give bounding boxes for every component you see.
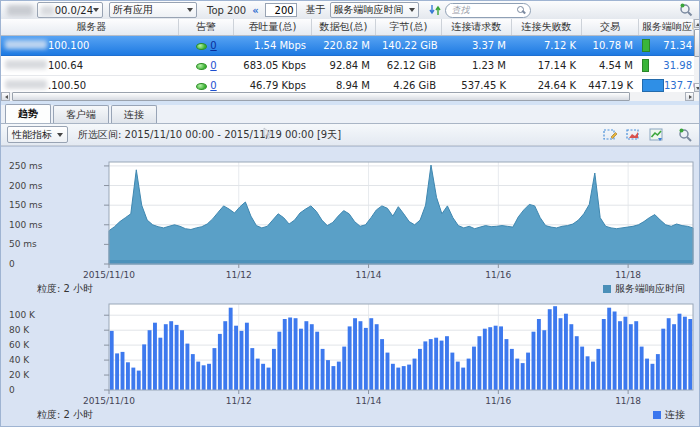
svg-text:200 ms: 200 ms xyxy=(9,181,43,191)
subnet-select[interactable]: 00.0/24 xyxy=(37,2,103,18)
svg-text:40 K: 40 K xyxy=(9,355,30,365)
alarm-link[interactable]: 0 xyxy=(210,80,216,91)
search-icon[interactable] xyxy=(517,6,526,15)
scroll-down-button[interactable] xyxy=(694,83,700,92)
subnet-select-value: 00.0/24 xyxy=(55,5,93,16)
performance-metric-button[interactable]: 性能指标 xyxy=(7,126,68,143)
svg-text:150 ms: 150 ms xyxy=(9,200,43,210)
chevron-down-icon xyxy=(187,8,193,12)
search-input[interactable] xyxy=(450,4,517,16)
legend-swatch xyxy=(603,285,611,293)
redacted-ip-prefix xyxy=(5,40,47,49)
svg-text:11/18: 11/18 xyxy=(615,270,641,280)
svg-text:11/12: 11/12 xyxy=(226,396,252,406)
table-row[interactable]: 100.100 0 1.54 Mbps 220.82 M 140.22 GiB … xyxy=(1,36,699,56)
col-header-conn-requests[interactable]: 连接请求数 xyxy=(442,19,512,35)
app-window: 00.0/24 所有应用 Top 200 « 基于 服务端响应时间 xyxy=(0,0,700,427)
scroll-up-button[interactable] xyxy=(694,19,700,28)
col-header-conn-failures[interactable]: 连接失败数 xyxy=(512,19,582,35)
packets-cell: 92.84 M xyxy=(312,56,376,75)
granularity-label: 粒度: 2 小时 xyxy=(37,408,93,422)
throughput-cell: 683.05 Kbps xyxy=(234,56,312,75)
zoom-search-icon[interactable] xyxy=(679,3,693,17)
server-cell: 100.100 xyxy=(48,40,89,51)
horizontal-scrollbar[interactable] xyxy=(1,92,694,101)
export-chart-icon[interactable] xyxy=(649,128,664,142)
conn-failures-cell: 17.14 K xyxy=(512,56,582,75)
legend-label: 服务端响应时间 xyxy=(615,282,685,296)
mouse-cursor xyxy=(263,127,273,140)
scrollbar-thumb[interactable] xyxy=(12,92,630,101)
metric-select[interactable]: 服务端响应时间 xyxy=(330,2,419,18)
based-on-label: 基于 xyxy=(306,3,326,17)
chevron-down-icon xyxy=(409,8,415,12)
conn-failures-cell: 7.12 K xyxy=(512,36,582,55)
response-bar xyxy=(642,59,649,72)
status-ok-icon xyxy=(196,63,207,70)
svg-text:11/14: 11/14 xyxy=(356,396,382,406)
sort-icon[interactable] xyxy=(429,4,441,16)
col-header-packets[interactable]: 数据包(总) xyxy=(312,19,376,35)
packets-cell: 220.82 M xyxy=(312,36,376,55)
alarm-link[interactable]: 0 xyxy=(210,40,216,51)
granularity-label: 粒度: 2 小时 xyxy=(37,282,93,296)
chart-filter-bar: 性能指标 所选区间: 2015/11/10 00:00 - 2015/11/19… xyxy=(1,124,699,146)
scrollbar-thumb[interactable] xyxy=(694,29,700,57)
redacted-ip-prefix xyxy=(5,60,47,69)
status-ok-icon xyxy=(196,43,207,50)
svg-text:0: 0 xyxy=(9,385,15,395)
area-chart-legend: 服务端响应时间 xyxy=(603,282,685,296)
legend-swatch xyxy=(653,411,661,419)
scroll-right-button[interactable] xyxy=(685,92,694,101)
top-n-input[interactable] xyxy=(265,3,297,17)
tab-strip: 趋势 客户端 连接 xyxy=(1,105,699,124)
throughput-cell: 1.54 Mbps xyxy=(234,36,312,55)
svg-text:80 K: 80 K xyxy=(9,325,30,335)
response-time-area-chart[interactable]: 050 ms100 ms150 ms200 ms250 ms2015/11/10… xyxy=(1,150,700,282)
col-header-alarm[interactable]: 告警 xyxy=(179,19,234,35)
svg-text:60 K: 60 K xyxy=(9,340,30,350)
col-header-response-time[interactable]: 服务端响应时间 xyxy=(639,19,694,35)
svg-text:11/16: 11/16 xyxy=(485,270,511,280)
edit-region-icon[interactable] xyxy=(603,128,618,142)
search-box[interactable] xyxy=(445,3,531,18)
tab-client[interactable]: 客户端 xyxy=(53,105,109,123)
tab-trend[interactable]: 趋势 xyxy=(5,104,51,123)
redacted-label xyxy=(7,5,33,16)
transactions-cell: 10.78 M xyxy=(582,36,639,55)
col-header-transactions[interactable]: 交易 xyxy=(582,19,639,35)
svg-text:50 ms: 50 ms xyxy=(9,239,37,249)
svg-text:100 ms: 100 ms xyxy=(9,220,43,230)
legend-label: 连接 xyxy=(665,408,685,422)
zoom-region-icon[interactable] xyxy=(678,128,693,142)
transactions-cell: 4.54 M xyxy=(582,56,639,75)
svg-text:2015/11/10: 2015/11/10 xyxy=(83,270,135,280)
vertical-scrollbar[interactable] xyxy=(694,19,700,101)
col-header-bytes[interactable]: 字节(总) xyxy=(376,19,442,35)
status-ok-icon xyxy=(196,83,207,90)
svg-text:0: 0 xyxy=(9,259,15,269)
response-cell: 71.34 xyxy=(650,36,692,55)
conn-requests-cell: 1.23 M xyxy=(442,56,512,75)
table-row[interactable]: 100.64 0 683.05 Kbps 92.84 M 62.12 GiB 1… xyxy=(1,56,699,76)
bytes-cell: 140.22 GiB xyxy=(376,36,442,55)
svg-text:20 K: 20 K xyxy=(9,370,30,380)
svg-text:11/14: 11/14 xyxy=(356,270,382,280)
connections-bar-chart[interactable]: 020 K40 K60 K80 K100 K2015/11/1011/1211/… xyxy=(1,296,700,408)
alarm-link[interactable]: 0 xyxy=(210,60,216,71)
tab-connection[interactable]: 连接 xyxy=(111,105,157,123)
chevron-down-icon xyxy=(57,133,63,137)
scroll-left-button[interactable] xyxy=(1,92,10,101)
application-filter-value: 所有应用 xyxy=(113,3,153,17)
top-n-label: Top 200 xyxy=(207,5,246,16)
chevron-down-icon xyxy=(93,8,99,12)
bar-chart-footer: 粒度: 2 小时 连接 xyxy=(1,408,699,422)
application-filter-select[interactable]: 所有应用 xyxy=(109,2,197,18)
collapse-chevrons[interactable]: « xyxy=(252,5,258,16)
region-stats-icon[interactable] xyxy=(626,128,641,142)
col-header-server[interactable]: 服务器 xyxy=(1,19,179,35)
response-bar xyxy=(642,79,664,92)
svg-text:11/16: 11/16 xyxy=(485,396,511,406)
svg-text:11/18: 11/18 xyxy=(615,396,641,406)
col-header-throughput[interactable]: 吞吐量(总) xyxy=(234,19,312,35)
